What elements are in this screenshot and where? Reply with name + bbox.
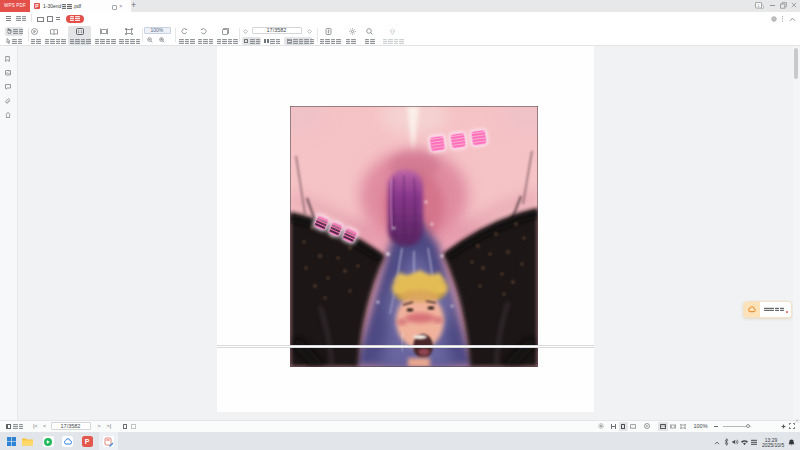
svg-text:1:1: 1:1 (77, 30, 82, 34)
